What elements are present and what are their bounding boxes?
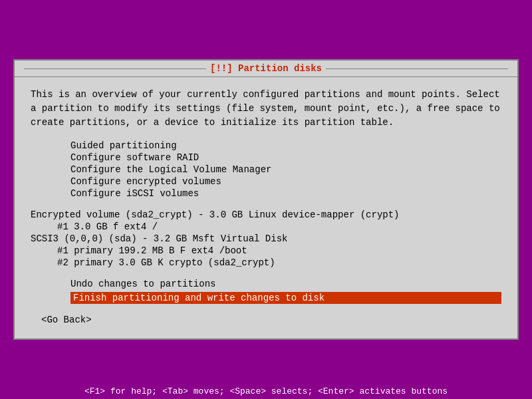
action-list: Undo changes to partitions Finish partit… — [31, 279, 501, 304]
dialog-title: [!!] Partition disks — [210, 63, 322, 74]
partition-section: Encrypted volume (sda2_crypt) - 3.0 GB L… — [31, 209, 501, 268]
scsi-entry2[interactable]: #2 primary 3.0 GB K crypto (sda2_crypt) — [31, 257, 501, 268]
menu-item-encrypted[interactable]: Configure encrypted volumes — [70, 176, 501, 187]
encrypted-volume-entry1[interactable]: #1 3.0 GB f ext4 / — [31, 221, 501, 232]
status-text: <F1> for help; <Tab> moves; <Space> sele… — [84, 386, 448, 396]
finish-action-label: Finish partitioning and write changes to… — [70, 292, 501, 304]
scsi-entry1[interactable]: #1 primary 199.2 MB B F ext4 /boot — [31, 245, 501, 256]
menu-list: Guided partitioning Configure software R… — [31, 140, 501, 199]
screen: [!!] Partition disks This is an overview… — [0, 0, 532, 399]
go-back-button[interactable]: <Go Back> — [31, 309, 501, 328]
title-bar: [!!] Partition disks — [15, 61, 517, 77]
menu-item-software-raid[interactable]: Configure software RAID — [70, 152, 501, 163]
undo-action[interactable]: Undo changes to partitions — [70, 279, 501, 289]
status-bar: <F1> for help; <Tab> moves; <Space> sele… — [0, 384, 532, 399]
menu-item-lvm[interactable]: Configure the Logical Volume Manager — [70, 164, 501, 175]
finish-action[interactable]: Finish partitioning and write changes to… — [70, 292, 501, 304]
dialog-body: This is an overview of your currently co… — [15, 77, 517, 338]
scsi-device-label[interactable]: SCSI3 (0,0,0) (sda) - 3.2 GB Msft Virtua… — [31, 233, 501, 244]
encrypted-volume-label[interactable]: Encrypted volume (sda2_crypt) - 3.0 GB L… — [31, 209, 501, 220]
menu-item-guided[interactable]: Guided partitioning — [70, 140, 501, 151]
dialog: [!!] Partition disks This is an overview… — [13, 59, 519, 340]
menu-item-iscsi[interactable]: Configure iSCSI volumes — [70, 188, 501, 199]
description-text: This is an overview of your currently co… — [31, 88, 501, 130]
